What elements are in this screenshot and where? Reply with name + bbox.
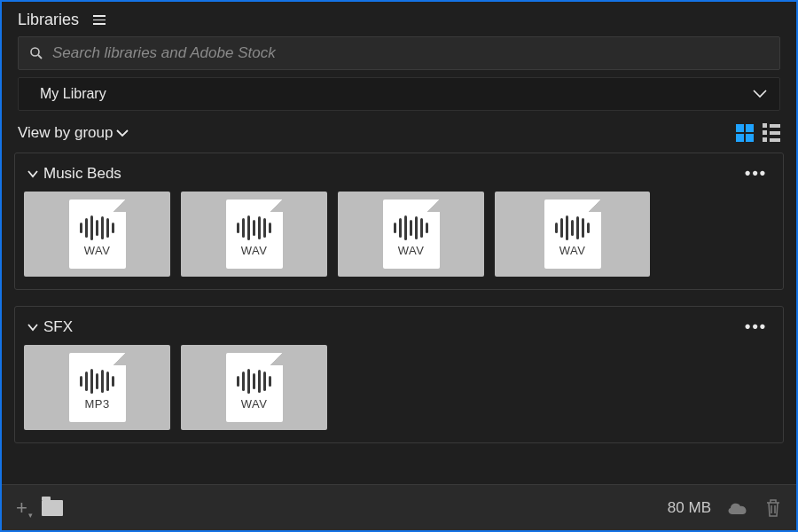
group-name: SFX (43, 318, 73, 336)
trash-icon[interactable] (764, 498, 782, 518)
group-music-beds: Music Beds ••• WAV WAV (14, 153, 784, 290)
asset-thumbnail[interactable]: WAV (181, 192, 327, 277)
content-area: Music Beds ••• WAV WAV (2, 153, 796, 484)
asset-thumbnail[interactable]: MP3 (24, 345, 170, 430)
svg-point-0 (31, 48, 39, 56)
search-row (2, 36, 796, 77)
search-input[interactable] (52, 44, 769, 62)
asset-thumbnail[interactable]: WAV (24, 192, 170, 277)
folder-icon[interactable] (42, 500, 63, 516)
svg-line-1 (38, 55, 42, 59)
group-sfx: SFX ••• MP3 WAV (14, 306, 784, 443)
file-format: WAV (241, 244, 268, 257)
waveform-icon (555, 215, 590, 240)
chevron-down-icon (27, 323, 38, 332)
library-selector-label: My Library (40, 86, 106, 102)
asset-thumbnail[interactable]: WAV (338, 192, 484, 277)
asset-thumbnail[interactable]: WAV (495, 192, 650, 277)
library-selector[interactable]: My Library (18, 77, 780, 111)
file-format: WAV (241, 397, 268, 411)
add-button[interactable]: + (16, 497, 27, 520)
panel-header: Libraries (2, 2, 796, 36)
file-format: WAV (559, 244, 586, 257)
group-header[interactable]: SFX ••• (24, 314, 774, 345)
panel-footer: + 80 MB (2, 484, 796, 530)
list-view-icon[interactable] (763, 123, 780, 142)
file-badge: MP3 (69, 353, 126, 422)
group-title: SFX (27, 318, 73, 336)
chevron-down-icon (753, 90, 767, 98)
group-name: Music Beds (43, 165, 121, 183)
waveform-icon (237, 215, 271, 240)
group-more-icon[interactable]: ••• (741, 317, 771, 336)
group-header[interactable]: Music Beds ••• (24, 160, 774, 192)
file-format: WAV (84, 244, 111, 257)
search-box[interactable] (18, 36, 780, 70)
file-badge: WAV (69, 200, 126, 269)
footer-right: 80 MB (668, 498, 782, 518)
storage-size: 80 MB (668, 499, 711, 517)
file-format: WAV (398, 244, 425, 257)
file-badge: WAV (226, 200, 283, 269)
chevron-down-icon (27, 169, 38, 178)
libraries-panel: Libraries My Library View by group (0, 0, 798, 532)
asset-thumbnail[interactable]: WAV (181, 345, 327, 430)
waveform-icon (80, 369, 114, 394)
file-badge: WAV (544, 200, 601, 269)
panel-menu-icon[interactable] (91, 12, 107, 28)
group-more-icon[interactable]: ••• (741, 164, 771, 183)
chevron-down-icon (116, 129, 129, 137)
footer-left: + (16, 497, 63, 520)
view-mode-selector[interactable]: View by group (18, 124, 129, 142)
grid-view-icon[interactable] (736, 124, 754, 142)
cloud-icon[interactable] (725, 499, 750, 517)
group-items: WAV WAV WAV (24, 192, 774, 277)
file-badge: WAV (226, 353, 283, 422)
group-title: Music Beds (27, 165, 121, 183)
search-icon (29, 46, 43, 60)
view-mode-label: View by group (18, 124, 113, 142)
file-badge: WAV (383, 200, 440, 269)
waveform-icon (237, 369, 271, 394)
group-items: MP3 WAV (24, 345, 774, 430)
view-buttons (736, 123, 780, 142)
panel-title: Libraries (18, 11, 79, 29)
waveform-icon (80, 215, 114, 240)
file-format: MP3 (84, 397, 109, 411)
waveform-icon (394, 215, 428, 240)
view-row: View by group (2, 120, 796, 153)
